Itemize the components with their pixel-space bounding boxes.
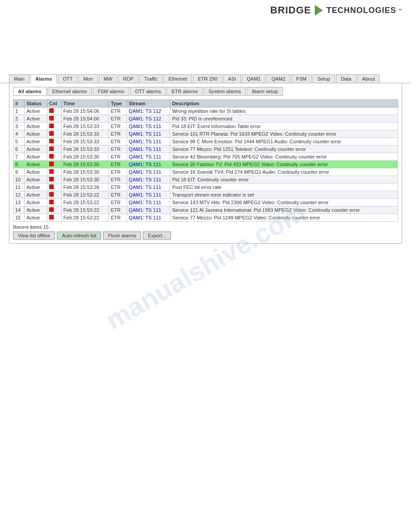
- row-color: [47, 176, 61, 184]
- nav-tab-data[interactable]: Data: [336, 74, 356, 83]
- alarm-table: #StatusColTimeTypeStreamDescription 1Act…: [13, 99, 398, 222]
- status-dot-icon: [49, 184, 54, 189]
- row-id: 15: [13, 214, 25, 222]
- sub-tab-system-alarms[interactable]: System alarms: [203, 87, 246, 96]
- nav-tab-mw[interactable]: MW: [99, 74, 118, 83]
- row-stream[interactable]: QAM1: TS 111: [127, 214, 170, 222]
- stream-link[interactable]: QAM1: TS 111: [129, 177, 162, 182]
- recent-count: 15: [43, 224, 48, 230]
- nav-tab-ott[interactable]: OTT: [58, 74, 77, 83]
- sub-tab-all-alarms[interactable]: All alarms: [13, 87, 47, 96]
- nav-tab-rdp[interactable]: RDP: [118, 74, 138, 83]
- row-stream[interactable]: QAM1: TS 111: [127, 206, 170, 214]
- nav-tab-mon[interactable]: Mon: [78, 74, 98, 83]
- stream-link[interactable]: QAM1: TS 111: [129, 124, 162, 129]
- nav-tab-setup[interactable]: Setup: [313, 74, 335, 83]
- row-stream[interactable]: QAM1: TS 111: [127, 176, 170, 184]
- row-type: ETR: [109, 184, 127, 191]
- row-stream[interactable]: QAM1: TS 111: [127, 191, 170, 199]
- row-status: Active: [25, 146, 47, 153]
- stream-link[interactable]: QAM1: TS 112: [129, 116, 162, 121]
- table-row: 14ActiveFeb 28 15:53:22ETRQAM1: TS 111Se…: [13, 206, 398, 214]
- footer-btn-flush-alarms[interactable]: Flush alarms: [103, 232, 141, 240]
- table-row: 4ActiveFeb 28 15:53:33ETRQAM1: TS 111Ser…: [13, 130, 398, 138]
- status-dot-icon: [49, 124, 54, 128]
- stream-link[interactable]: QAM1: TS 111: [129, 131, 162, 137]
- row-stream[interactable]: QAM1: TS 111: [127, 199, 170, 206]
- row-type: ETR: [109, 199, 127, 206]
- sub-tab-fsm-alarms[interactable]: FSM alarms: [93, 87, 129, 96]
- row-stream[interactable]: QAM1: TS 111: [127, 184, 170, 191]
- nav-tab-about[interactable]: About: [357, 74, 380, 83]
- row-stream[interactable]: QAM1: TS 111: [127, 161, 170, 168]
- row-stream[interactable]: QAM1: TS 111: [127, 168, 170, 176]
- row-time: Feb 28 15:53:33: [61, 123, 109, 130]
- row-id: 7: [13, 153, 25, 161]
- row-stream[interactable]: QAM1: TS 111: [127, 130, 170, 138]
- status-dot-icon: [49, 200, 54, 204]
- nav-tab-asi[interactable]: ASI: [223, 74, 241, 83]
- table-row: 11ActiveFeb 28 15:53:26ETRQAM1: TS 111Po…: [13, 184, 398, 191]
- sub-tab-alarm-setup[interactable]: Alarm setup: [247, 87, 283, 96]
- status-dot-icon: [49, 146, 54, 151]
- row-stream[interactable]: QAM1: TS 111: [127, 146, 170, 153]
- row-id: 6: [13, 146, 25, 153]
- stream-link[interactable]: QAM1: TS 111: [129, 169, 162, 175]
- sub-tab-ethernet-alarms[interactable]: Ethernet alarms: [47, 87, 92, 96]
- row-description: Service 16 Svensk TV4: Pid 274 MPEG1 Aud…: [170, 168, 398, 176]
- nav-tab-qam2[interactable]: QAM2: [266, 74, 290, 83]
- stream-link[interactable]: QAM1: TS 111: [129, 207, 162, 213]
- row-status: Active: [25, 130, 47, 138]
- content-area: All alarmsEthernet alarmsFSM alarmsOTT a…: [9, 83, 402, 244]
- nav-tab-fsm[interactable]: FSM: [291, 74, 311, 83]
- sub-tab-etr-alarms[interactable]: ETR alarms: [167, 87, 202, 96]
- stream-link[interactable]: QAM1: TS 111: [129, 162, 162, 167]
- nav-tab-qam1[interactable]: QAM1: [242, 74, 265, 83]
- stream-link[interactable]: QAM1: TS 111: [129, 184, 162, 190]
- row-stream[interactable]: QAM1: TS 111: [127, 153, 170, 161]
- row-time: Feb 28 15:53:22: [61, 214, 109, 222]
- table-row: 1ActiveFeb 28 15:54:06ETRQAM1: TS 112Wro…: [13, 107, 398, 115]
- main-nav: MainAlarmsOTTMonMWRDPTrafficEthernetETR …: [0, 74, 411, 83]
- stream-link[interactable]: QAM1: TS 111: [129, 200, 162, 205]
- row-color: [47, 138, 61, 146]
- stream-link[interactable]: QAM1: TS 111: [129, 154, 162, 159]
- table-header-#: #: [13, 100, 25, 107]
- row-color: [47, 206, 61, 214]
- stream-link[interactable]: QAM1: TS 111: [129, 139, 162, 144]
- nav-tab-etr-290[interactable]: ETR 290: [193, 74, 222, 83]
- row-status: Active: [25, 161, 47, 168]
- row-description: Service 143 MTV Hits: Pid 2306 MPEG2 Vid…: [170, 199, 398, 206]
- nav-tab-ethernet[interactable]: Ethernet: [163, 74, 192, 83]
- footer-btn-auto-refresh-list[interactable]: Auto-refresh list: [57, 232, 101, 240]
- status-dot-icon: [49, 116, 54, 120]
- row-id: 1: [13, 107, 25, 115]
- row-id: 4: [13, 130, 25, 138]
- row-stream[interactable]: QAM1: TS 111: [127, 123, 170, 130]
- table-header-col: Col: [47, 100, 61, 107]
- sub-tab-ott-alarms[interactable]: OTT alarms: [130, 87, 166, 96]
- nav-tab-traffic[interactable]: Traffic: [139, 74, 163, 83]
- footer-btn-export---[interactable]: Export...: [143, 232, 171, 240]
- row-color: [47, 161, 61, 168]
- row-stream[interactable]: QAM1: TS 111: [127, 138, 170, 146]
- row-status: Active: [25, 107, 47, 115]
- row-color: [47, 168, 61, 176]
- table-row: 15ActiveFeb 28 15:53:22ETRQAM1: TS 111Se…: [13, 214, 398, 222]
- status-dot-icon: [49, 162, 54, 166]
- status-dot-icon: [49, 154, 54, 159]
- stream-link[interactable]: QAM1: TS 112: [129, 108, 162, 114]
- nav-tab-main[interactable]: Main: [9, 74, 30, 83]
- row-stream[interactable]: QAM1: TS 112: [127, 107, 170, 115]
- stream-link[interactable]: QAM1: TS 111: [129, 146, 162, 152]
- stream-link[interactable]: QAM1: TS 111: [129, 215, 162, 220]
- table-row: 7ActiveFeb 28 15:53:30ETRQAM1: TS 111Ser…: [13, 153, 398, 161]
- stream-link[interactable]: QAM1: TS 111: [129, 192, 162, 197]
- nav-tab-alarms[interactable]: Alarms: [30, 74, 57, 83]
- footer-btn-view-list-offline[interactable]: View list offline: [13, 232, 55, 240]
- row-type: ETR: [109, 168, 127, 176]
- table-header-description: Description: [170, 100, 398, 107]
- row-stream[interactable]: QAM1: TS 112: [127, 115, 170, 123]
- table-row: 12ActiveFeb 28 15:53:22ETRQAM1: TS 111Tr…: [13, 191, 398, 199]
- table-header-type: Type: [109, 100, 127, 107]
